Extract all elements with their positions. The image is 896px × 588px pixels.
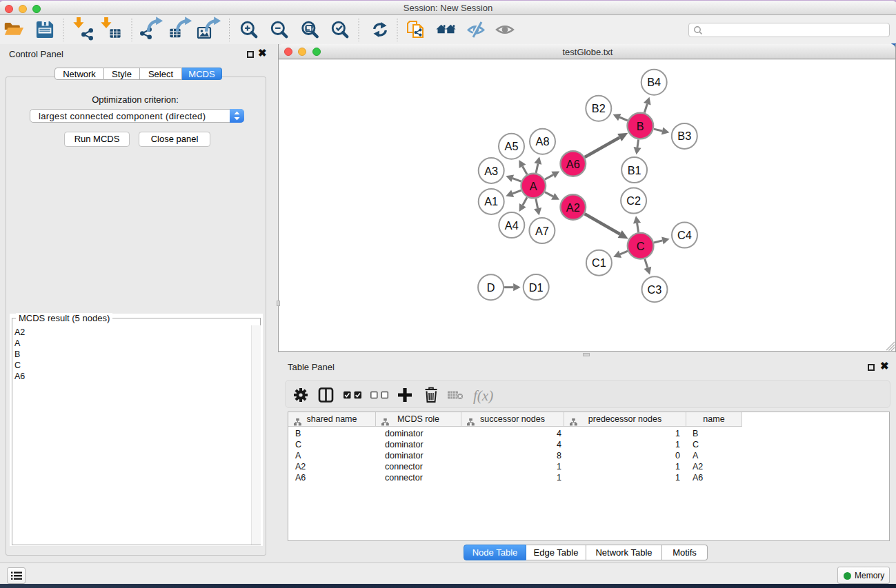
svg-text:C3: C3	[648, 283, 662, 296]
svg-text:C: C	[637, 240, 645, 252]
svg-text:C1: C1	[592, 256, 606, 269]
svg-text:B1: B1	[628, 164, 641, 176]
svg-text:f(x): f(x)	[473, 387, 493, 404]
svg-text:B4: B4	[647, 76, 661, 88]
svg-text:B3: B3	[677, 130, 691, 142]
svg-text:A6: A6	[566, 158, 580, 170]
svg-text:A1: A1	[484, 195, 498, 207]
svg-text:D: D	[487, 281, 495, 294]
svg-text:A8: A8	[536, 135, 550, 148]
svg-text:A5: A5	[505, 140, 519, 152]
svg-text:B: B	[637, 120, 644, 132]
svg-text:C2: C2	[626, 194, 641, 207]
svg-text:D1: D1	[529, 281, 544, 294]
svg-text:A7: A7	[535, 225, 549, 237]
svg-text:B2: B2	[592, 102, 606, 114]
svg-text:A: A	[530, 180, 537, 192]
svg-text:C4: C4	[677, 229, 692, 241]
svg-text:A3: A3	[484, 165, 498, 177]
svg-text:A2: A2	[566, 201, 580, 214]
svg-text:A4: A4	[505, 219, 519, 232]
